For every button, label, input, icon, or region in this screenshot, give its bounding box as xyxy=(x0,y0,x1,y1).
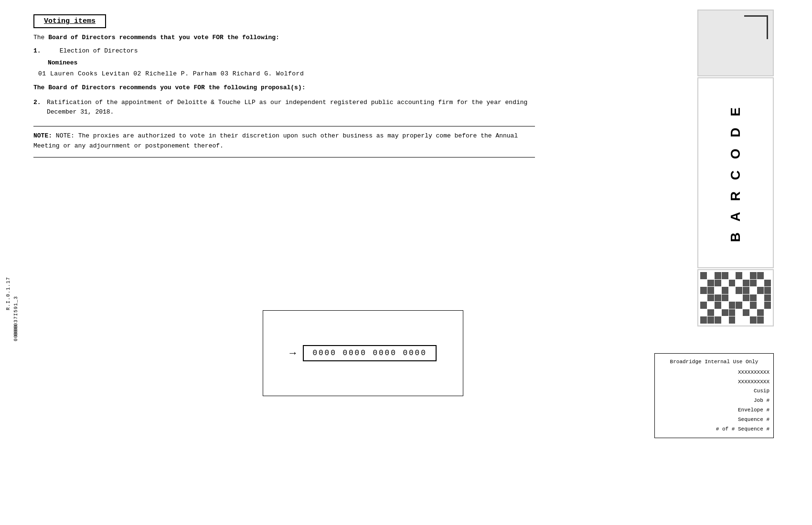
left-id-text-2: 00000 xyxy=(13,325,19,341)
barcode-cell xyxy=(722,272,728,279)
barcode-cell xyxy=(743,294,749,302)
voting-title: Voting items xyxy=(44,17,96,25)
barcode-cell xyxy=(757,309,764,316)
barcode-cell xyxy=(764,302,771,309)
barcode-cell xyxy=(750,302,757,309)
barcode-cell xyxy=(700,287,707,294)
barcode-cell xyxy=(757,272,764,279)
barcode-cell xyxy=(757,294,764,302)
barcode-cell xyxy=(729,287,736,294)
barcode-cell xyxy=(729,294,736,302)
barcode-cell xyxy=(757,302,764,309)
note-section: NOTE: NOTE: The proxies are authorized t… xyxy=(33,131,535,151)
barcode-cell xyxy=(750,316,757,324)
barcode-cell xyxy=(707,302,714,309)
barcode-cell xyxy=(743,316,749,324)
control-number-box: 0000 0000 0000 0000 xyxy=(303,345,436,361)
internal-use-cusip: Cusip xyxy=(659,387,769,396)
barcode-cell xyxy=(750,294,757,302)
item-1-number: 1. xyxy=(33,47,41,54)
barcode-cell xyxy=(715,302,721,309)
barcode-cell xyxy=(729,280,736,287)
barcode-label: B A R C O D E xyxy=(728,104,743,242)
barcode-cell xyxy=(757,280,764,287)
voting-title-box: Voting items xyxy=(33,14,106,28)
nominees-row: 01 Lauren Cooks Levitan 02 Richelle P. P… xyxy=(38,70,535,77)
barcode-cell xyxy=(743,287,749,294)
barcode-cell xyxy=(743,272,749,279)
barcode-cell xyxy=(707,272,714,279)
left-version-text: R.I.0.1.17 xyxy=(6,277,11,310)
barcode-cell xyxy=(722,316,728,324)
barcode-cell xyxy=(715,280,721,287)
barcode-cell xyxy=(722,309,728,316)
internal-use-of-sequence: # of # Sequence # xyxy=(659,425,769,434)
barcode-cell xyxy=(729,316,736,324)
barcode-cell xyxy=(722,302,728,309)
barcode-cell xyxy=(722,280,728,287)
note-text: NOTE: The proxies are authorized to vote… xyxy=(33,132,518,149)
barcode-cell xyxy=(707,280,714,287)
internal-use-title: Broadridge Internal Use Only xyxy=(659,357,769,367)
internal-use-line1: XXXXXXXXXX xyxy=(659,368,769,378)
divider-2 xyxy=(33,157,535,158)
divider-1 xyxy=(33,126,535,126)
barcode-cell xyxy=(764,294,771,302)
right-top-box xyxy=(697,10,774,76)
barcode-grid xyxy=(700,272,771,324)
barcode-grid-box xyxy=(697,269,774,326)
barcode-cell xyxy=(764,287,771,294)
internal-use-line2: XXXXXXXXXX xyxy=(659,378,769,387)
board-recommend-1: The Board of Directors recommends that y… xyxy=(33,33,535,42)
internal-use-envelope: Envelope # xyxy=(659,406,769,415)
barcode-cell xyxy=(750,287,757,294)
barcode-cell xyxy=(757,287,764,294)
item-2-text: Ratification of the appointment of Deloi… xyxy=(47,98,535,116)
barcode-cell xyxy=(707,287,714,294)
barcode-cell xyxy=(700,309,707,316)
barcode-cell xyxy=(764,272,771,279)
item-2-number: 2. xyxy=(33,98,43,116)
corner-bracket-icon xyxy=(744,15,768,39)
internal-use-job: Job # xyxy=(659,396,769,406)
control-number-area: → 0000 0000 0000 0000 xyxy=(263,310,463,396)
barcode-cell xyxy=(722,287,728,294)
barcode-cell xyxy=(743,302,749,309)
barcode-cell xyxy=(729,272,736,279)
barcode-cell xyxy=(750,280,757,287)
barcode-cell xyxy=(715,294,721,302)
item-1-label: Election of Directors xyxy=(60,47,138,54)
barcode-cell xyxy=(764,309,771,316)
barcode-cell xyxy=(707,309,714,316)
barcode-cell xyxy=(736,272,742,279)
barcode-cell xyxy=(764,316,771,324)
barcode-cell xyxy=(743,280,749,287)
barcode-cell xyxy=(729,302,736,309)
barcode-cell xyxy=(736,309,742,316)
barcode-cell xyxy=(757,316,764,324)
item-2: 2. Ratification of the appointment of De… xyxy=(33,98,535,116)
barcode-cell xyxy=(700,294,707,302)
barcode-cell xyxy=(743,309,749,316)
barcode-cell xyxy=(750,309,757,316)
barcode-cell xyxy=(750,272,757,279)
internal-use-sequence: Sequence # xyxy=(659,415,769,425)
board-recommend-2: The Board of Directors recommends you vo… xyxy=(33,83,535,93)
barcode-cell xyxy=(736,280,742,287)
barcode-cell xyxy=(707,316,714,324)
barcode-cell xyxy=(736,302,742,309)
barcode-cell xyxy=(764,280,771,287)
item-1: 1. Election of Directors xyxy=(33,47,535,54)
barcode-cell xyxy=(715,316,721,324)
barcode-cell xyxy=(729,309,736,316)
arrow-icon: → xyxy=(289,347,296,359)
nominees-label: Nominees xyxy=(48,59,535,66)
barcode-cell xyxy=(700,280,707,287)
barcode-cell xyxy=(736,294,742,302)
barcode-cell xyxy=(700,272,707,279)
barcode-cell xyxy=(722,294,728,302)
main-content: Voting items The Board of Directors reco… xyxy=(33,14,535,161)
barcode-cell xyxy=(736,316,742,324)
barcode-cell xyxy=(715,272,721,279)
barcode-text-box: B A R C O D E xyxy=(697,77,774,268)
